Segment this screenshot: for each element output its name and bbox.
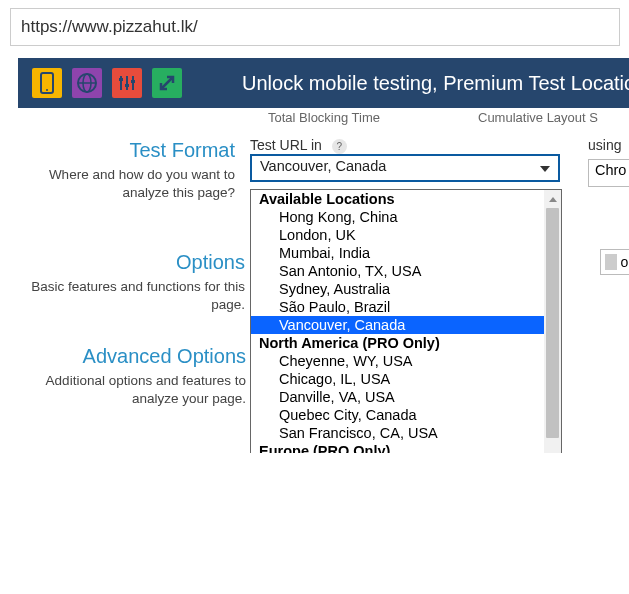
mobile-icon xyxy=(32,68,62,98)
location-option[interactable]: Mumbai, India xyxy=(251,244,547,262)
location-option[interactable]: Vancouver, Canada xyxy=(251,316,547,334)
globe-icon xyxy=(72,68,102,98)
location-group-header: Europe (PRO Only) xyxy=(251,442,547,453)
location-option[interactable]: São Paulo, Brazil xyxy=(251,298,547,316)
location-option[interactable]: San Francisco, CA, USA xyxy=(251,424,547,442)
location-option[interactable]: Cheyenne, WY, USA xyxy=(251,352,547,370)
banner-icons xyxy=(32,68,182,98)
section-title-options: Options xyxy=(18,251,245,274)
svg-rect-9 xyxy=(125,84,129,87)
section-desc-advanced: Additional options and features to analy… xyxy=(18,372,246,407)
section-title-test-format: Test Format xyxy=(18,139,235,162)
square-icon xyxy=(605,254,617,270)
location-group-header: North America (PRO Only) xyxy=(251,334,547,352)
location-option[interactable]: Hong Kong, China xyxy=(251,208,547,226)
premium-banner[interactable]: Unlock mobile testing, Premium Test Loca… xyxy=(18,58,629,108)
banner-text: Unlock mobile testing, Premium Test Loca… xyxy=(242,72,629,95)
location-option[interactable]: San Antonio, TX, USA xyxy=(251,262,547,280)
location-option[interactable]: Danville, VA, USA xyxy=(251,388,547,406)
section-title-advanced: Advanced Options xyxy=(18,345,246,368)
or-toggle[interactable]: or xyxy=(600,249,629,275)
location-select-value: Vancouver, Canada xyxy=(260,158,386,174)
location-option[interactable]: Quebec City, Canada xyxy=(251,406,547,424)
using-label: using xyxy=(588,137,629,153)
dropdown-scrollbar[interactable] xyxy=(544,190,561,453)
browser-select[interactable]: Chro xyxy=(588,159,629,187)
section-desc-test-format: Where and how do you want to analyze thi… xyxy=(18,166,235,201)
expand-arrow-icon xyxy=(152,68,182,98)
sliders-icon xyxy=(112,68,142,98)
metric-tabs: Total Blocking Time Cumulative Layout S xyxy=(18,108,629,131)
svg-point-1 xyxy=(46,89,48,91)
section-desc-options: Basic features and functions for this pa… xyxy=(18,278,245,313)
or-label: or xyxy=(621,254,629,270)
tab-metric-a xyxy=(18,110,268,125)
tab-metric-c: Cumulative Layout S xyxy=(478,110,629,125)
svg-line-11 xyxy=(161,77,173,89)
location-select[interactable]: Vancouver, Canada xyxy=(250,154,560,182)
test-url-label: Test URL in xyxy=(250,137,322,153)
svg-rect-10 xyxy=(131,80,135,83)
location-option[interactable]: Chicago, IL, USA xyxy=(251,370,547,388)
help-icon[interactable]: ? xyxy=(332,139,347,154)
svg-rect-8 xyxy=(119,78,123,81)
url-input[interactable] xyxy=(10,8,620,46)
tab-metric-b: Total Blocking Time xyxy=(268,110,478,125)
location-dropdown-panel[interactable]: Available LocationsHong Kong, ChinaLondo… xyxy=(250,189,562,453)
location-group-header: Available Locations xyxy=(251,190,547,208)
location-option[interactable]: London, UK xyxy=(251,226,547,244)
scrollbar-thumb[interactable] xyxy=(546,208,559,438)
location-option[interactable]: Sydney, Australia xyxy=(251,280,547,298)
